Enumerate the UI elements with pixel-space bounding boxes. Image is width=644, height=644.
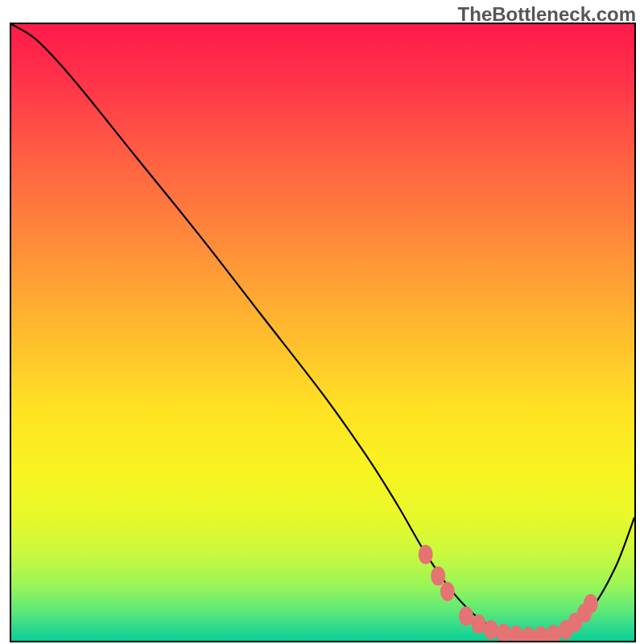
marker-point xyxy=(546,625,560,641)
marker-point xyxy=(584,594,598,613)
watermark-text: TheBottleneck.com xyxy=(458,3,636,26)
marker-point xyxy=(534,626,548,641)
marker-point xyxy=(419,545,433,564)
marker-point xyxy=(472,614,486,634)
plot-area xyxy=(11,24,634,641)
marker-point xyxy=(459,606,473,625)
chart-container: TheBottleneck.com xyxy=(0,0,644,644)
marker-point xyxy=(440,582,455,601)
marker-point xyxy=(521,627,535,641)
marker-point xyxy=(484,620,498,639)
markers-layer xyxy=(11,24,634,641)
marker-point xyxy=(431,567,445,586)
markers-group xyxy=(419,545,598,641)
marker-point xyxy=(496,624,510,641)
marker-point xyxy=(509,625,523,641)
